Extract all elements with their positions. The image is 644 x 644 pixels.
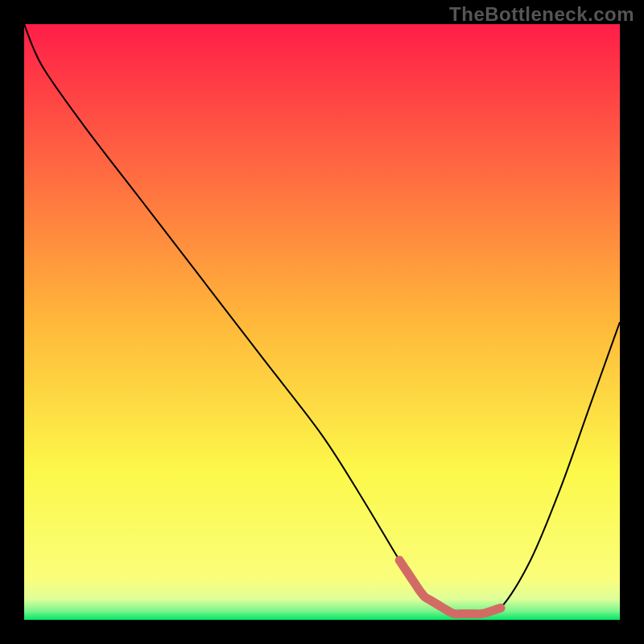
chart-container: TheBottleneck.com [0, 0, 644, 644]
plot-area [24, 24, 620, 620]
chart-svg [24, 24, 620, 620]
gradient-background [24, 24, 620, 620]
watermark-text: TheBottleneck.com [449, 3, 634, 26]
